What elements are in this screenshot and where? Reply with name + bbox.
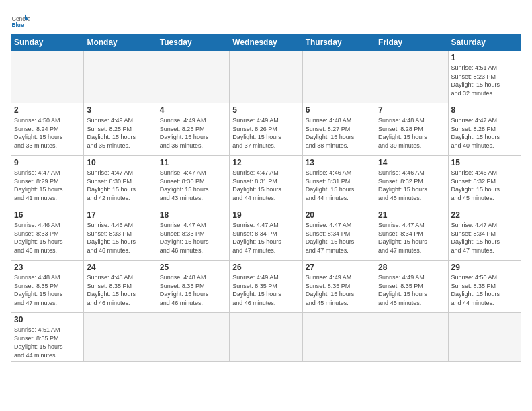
calendar-table: SundayMondayTuesdayWednesdayThursdayFrid… bbox=[11, 34, 521, 362]
day-info: Sunrise: 4:51 AM Sunset: 8:35 PM Dayligh… bbox=[14, 326, 81, 359]
calendar-cell bbox=[157, 313, 229, 362]
day-number: 5 bbox=[232, 105, 299, 115]
day-number: 10 bbox=[87, 158, 153, 167]
day-info: Sunrise: 4:47 AM Sunset: 8:34 PM Dayligh… bbox=[306, 221, 372, 255]
calendar-cell: 18Sunrise: 4:47 AM Sunset: 8:33 PM Dayli… bbox=[157, 208, 229, 261]
calendar-cell: 19Sunrise: 4:47 AM Sunset: 8:34 PM Dayli… bbox=[230, 208, 302, 261]
calendar-cell bbox=[302, 313, 375, 362]
calendar-cell: 28Sunrise: 4:49 AM Sunset: 8:35 PM Dayli… bbox=[375, 261, 448, 313]
day-number: 20 bbox=[306, 210, 372, 220]
calendar-cell: 12Sunrise: 4:47 AM Sunset: 8:31 PM Dayli… bbox=[230, 156, 302, 208]
calendar-cell: 26Sunrise: 4:49 AM Sunset: 8:35 PM Dayli… bbox=[230, 261, 302, 313]
calendar-cell bbox=[157, 51, 229, 103]
calendar-cell: 15Sunrise: 4:46 AM Sunset: 8:32 PM Dayli… bbox=[448, 156, 521, 208]
calendar-cell bbox=[230, 313, 302, 362]
weekday-header-monday: Monday bbox=[84, 34, 157, 51]
weekday-header-row: SundayMondayTuesdayWednesdayThursdayFrid… bbox=[11, 34, 521, 51]
day-info: Sunrise: 4:47 AM Sunset: 8:33 PM Dayligh… bbox=[160, 221, 226, 255]
day-info: Sunrise: 4:49 AM Sunset: 8:25 PM Dayligh… bbox=[160, 116, 226, 150]
day-info: Sunrise: 4:49 AM Sunset: 8:35 PM Dayligh… bbox=[232, 273, 299, 307]
day-info: Sunrise: 4:48 AM Sunset: 8:27 PM Dayligh… bbox=[306, 116, 372, 150]
day-info: Sunrise: 4:47 AM Sunset: 8:34 PM Dayligh… bbox=[451, 221, 518, 255]
calendar-cell bbox=[448, 313, 521, 362]
day-info: Sunrise: 4:50 AM Sunset: 8:35 PM Dayligh… bbox=[451, 273, 518, 307]
day-info: Sunrise: 4:47 AM Sunset: 8:34 PM Dayligh… bbox=[232, 221, 299, 255]
day-number: 3 bbox=[87, 105, 153, 115]
calendar-cell: 27Sunrise: 4:49 AM Sunset: 8:35 PM Dayli… bbox=[302, 261, 375, 313]
day-info: Sunrise: 4:48 AM Sunset: 8:35 PM Dayligh… bbox=[87, 273, 153, 307]
day-number: 2 bbox=[14, 105, 81, 115]
calendar-cell: 11Sunrise: 4:47 AM Sunset: 8:30 PM Dayli… bbox=[157, 156, 229, 208]
day-number: 12 bbox=[232, 158, 299, 167]
day-number: 8 bbox=[451, 105, 518, 115]
weekday-header-thursday: Thursday bbox=[302, 34, 375, 51]
day-info: Sunrise: 4:46 AM Sunset: 8:32 PM Dayligh… bbox=[451, 169, 518, 202]
day-number: 18 bbox=[160, 210, 226, 220]
calendar-cell: 13Sunrise: 4:46 AM Sunset: 8:31 PM Dayli… bbox=[302, 156, 375, 208]
weekday-header-saturday: Saturday bbox=[448, 34, 521, 51]
calendar-cell bbox=[84, 313, 157, 362]
calendar-cell bbox=[230, 51, 302, 103]
calendar-cell: 10Sunrise: 4:47 AM Sunset: 8:30 PM Dayli… bbox=[84, 156, 157, 208]
day-info: Sunrise: 4:49 AM Sunset: 8:35 PM Dayligh… bbox=[306, 273, 372, 307]
calendar-cell: 21Sunrise: 4:47 AM Sunset: 8:34 PM Dayli… bbox=[375, 208, 448, 261]
day-number: 13 bbox=[306, 158, 372, 167]
calendar-cell: 14Sunrise: 4:46 AM Sunset: 8:32 PM Dayli… bbox=[375, 156, 448, 208]
day-number: 22 bbox=[451, 210, 518, 220]
calendar-week-row: 30Sunrise: 4:51 AM Sunset: 8:35 PM Dayli… bbox=[11, 313, 521, 362]
calendar-cell: 30Sunrise: 4:51 AM Sunset: 8:35 PM Dayli… bbox=[11, 313, 84, 362]
calendar-week-row: 23Sunrise: 4:48 AM Sunset: 8:35 PM Dayli… bbox=[11, 261, 521, 313]
calendar-cell: 8Sunrise: 4:47 AM Sunset: 8:28 PM Daylig… bbox=[448, 103, 521, 156]
calendar-cell bbox=[11, 51, 84, 103]
calendar-cell bbox=[375, 313, 448, 362]
day-number: 19 bbox=[232, 210, 299, 220]
weekday-header-wednesday: Wednesday bbox=[230, 34, 302, 51]
calendar-week-row: 1Sunrise: 4:51 AM Sunset: 8:23 PM Daylig… bbox=[11, 51, 521, 103]
calendar-cell bbox=[375, 51, 448, 103]
day-number: 29 bbox=[451, 263, 518, 272]
calendar-cell: 7Sunrise: 4:48 AM Sunset: 8:28 PM Daylig… bbox=[375, 103, 448, 156]
day-number: 16 bbox=[14, 210, 81, 220]
calendar-cell bbox=[302, 51, 375, 103]
day-number: 24 bbox=[87, 263, 153, 272]
day-number: 4 bbox=[160, 105, 226, 115]
day-number: 7 bbox=[378, 105, 445, 115]
calendar-cell: 20Sunrise: 4:47 AM Sunset: 8:34 PM Dayli… bbox=[302, 208, 375, 261]
weekday-header-sunday: Sunday bbox=[11, 34, 84, 51]
day-info: Sunrise: 4:47 AM Sunset: 8:28 PM Dayligh… bbox=[451, 116, 518, 150]
day-number: 15 bbox=[451, 158, 518, 167]
day-info: Sunrise: 4:48 AM Sunset: 8:28 PM Dayligh… bbox=[378, 116, 445, 150]
day-number: 30 bbox=[14, 315, 81, 324]
day-info: Sunrise: 4:47 AM Sunset: 8:30 PM Dayligh… bbox=[87, 169, 153, 202]
generalblue-logo-icon: General Blue bbox=[11, 11, 30, 30]
day-info: Sunrise: 4:47 AM Sunset: 8:31 PM Dayligh… bbox=[232, 169, 299, 202]
day-number: 28 bbox=[378, 263, 445, 272]
day-info: Sunrise: 4:46 AM Sunset: 8:33 PM Dayligh… bbox=[87, 221, 153, 255]
day-number: 23 bbox=[14, 263, 81, 272]
day-info: Sunrise: 4:46 AM Sunset: 8:33 PM Dayligh… bbox=[14, 221, 81, 255]
day-info: Sunrise: 4:46 AM Sunset: 8:31 PM Dayligh… bbox=[306, 169, 372, 202]
day-number: 14 bbox=[378, 158, 445, 167]
day-info: Sunrise: 4:48 AM Sunset: 8:35 PM Dayligh… bbox=[160, 273, 226, 307]
weekday-header-friday: Friday bbox=[375, 34, 448, 51]
day-number: 1 bbox=[451, 53, 518, 62]
day-number: 26 bbox=[232, 263, 299, 272]
day-number: 9 bbox=[14, 158, 81, 167]
calendar-cell: 3Sunrise: 4:49 AM Sunset: 8:25 PM Daylig… bbox=[84, 103, 157, 156]
day-number: 25 bbox=[160, 263, 226, 272]
calendar-cell bbox=[84, 51, 157, 103]
header-area: General Blue bbox=[11, 11, 521, 30]
day-info: Sunrise: 4:50 AM Sunset: 8:24 PM Dayligh… bbox=[14, 116, 81, 150]
day-info: Sunrise: 4:49 AM Sunset: 8:35 PM Dayligh… bbox=[378, 273, 445, 307]
day-info: Sunrise: 4:49 AM Sunset: 8:26 PM Dayligh… bbox=[232, 116, 299, 150]
day-number: 17 bbox=[87, 210, 153, 220]
calendar-cell: 16Sunrise: 4:46 AM Sunset: 8:33 PM Dayli… bbox=[11, 208, 84, 261]
calendar-cell: 25Sunrise: 4:48 AM Sunset: 8:35 PM Dayli… bbox=[157, 261, 229, 313]
calendar-cell: 29Sunrise: 4:50 AM Sunset: 8:35 PM Dayli… bbox=[448, 261, 521, 313]
day-info: Sunrise: 4:47 AM Sunset: 8:30 PM Dayligh… bbox=[160, 169, 226, 202]
calendar-cell: 5Sunrise: 4:49 AM Sunset: 8:26 PM Daylig… bbox=[230, 103, 302, 156]
day-info: Sunrise: 4:49 AM Sunset: 8:25 PM Dayligh… bbox=[87, 116, 153, 150]
day-info: Sunrise: 4:47 AM Sunset: 8:34 PM Dayligh… bbox=[378, 221, 445, 255]
calendar-cell: 4Sunrise: 4:49 AM Sunset: 8:25 PM Daylig… bbox=[157, 103, 229, 156]
day-info: Sunrise: 4:46 AM Sunset: 8:32 PM Dayligh… bbox=[378, 169, 445, 202]
